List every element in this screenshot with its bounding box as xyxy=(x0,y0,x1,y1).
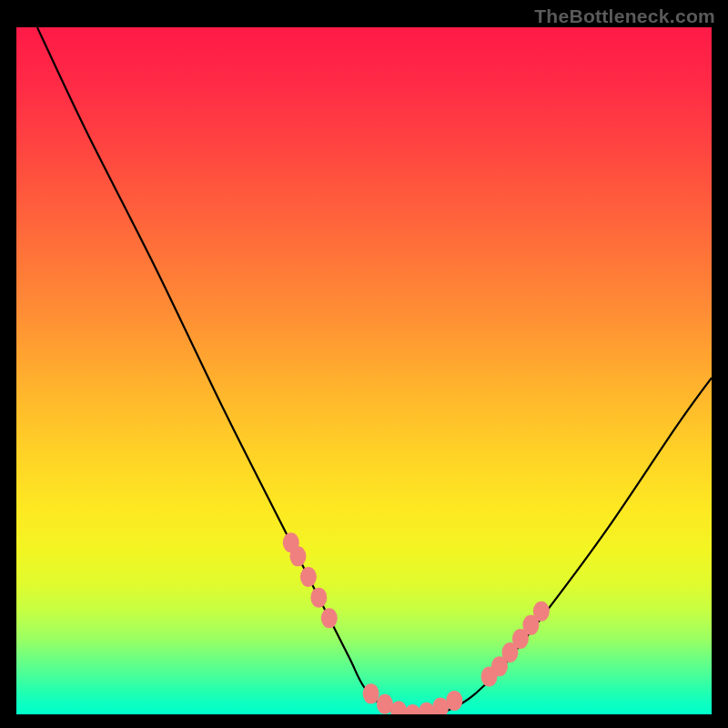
curve-marker xyxy=(289,546,306,566)
curve-markers xyxy=(283,532,550,714)
curve-marker xyxy=(310,588,327,608)
watermark-text: TheBottleneck.com xyxy=(534,5,715,27)
curve-marker xyxy=(533,602,550,622)
curve-marker xyxy=(446,691,462,711)
chart-svg-layer xyxy=(16,27,712,714)
curve-marker xyxy=(390,701,407,714)
curve-marker xyxy=(300,567,317,587)
curve-marker xyxy=(419,703,435,714)
bottleneck-chart xyxy=(16,27,712,714)
curve-marker xyxy=(321,608,338,628)
curve-marker xyxy=(363,683,379,703)
bottleneck-curve-line xyxy=(37,27,712,714)
